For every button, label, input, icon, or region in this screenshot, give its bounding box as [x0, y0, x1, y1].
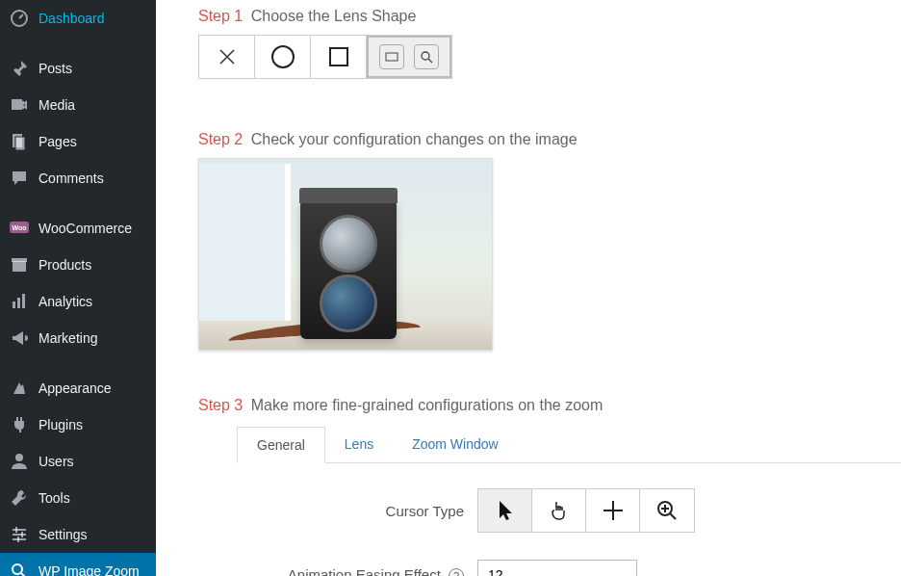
lens-shape-group — [198, 35, 452, 79]
sidebar-item-pages[interactable]: Pages — [0, 123, 156, 160]
appearance-icon — [10, 379, 29, 398]
square-icon — [328, 46, 349, 67]
lens-shape-none[interactable] — [199, 36, 255, 78]
pages-icon — [10, 132, 29, 151]
cursor-type-zoomin[interactable] — [640, 489, 694, 532]
dashboard-icon — [10, 9, 29, 28]
svg-point-18 — [13, 564, 22, 574]
sidebar-item-analytics[interactable]: Analytics — [0, 283, 156, 320]
svg-rect-22 — [386, 53, 398, 61]
preview-image[interactable] — [198, 158, 493, 351]
help-icon[interactable]: ? — [449, 568, 464, 576]
analytics-icon — [10, 292, 29, 311]
sidebar-item-products[interactable]: Products — [0, 247, 156, 283]
tab-pane-general: Cursor Type Animation Easing Effect — [198, 463, 901, 576]
sidebar-item-label: WooCommerce — [38, 221, 132, 236]
cursor-type-default[interactable] — [478, 489, 532, 532]
sidebar-item-dashboard[interactable]: Dashboard — [0, 0, 156, 37]
step3-heading: Step 3 Make more fine-grained configurat… — [198, 397, 901, 414]
svg-rect-12 — [13, 529, 26, 531]
svg-rect-15 — [15, 527, 17, 533]
media-icon — [10, 95, 29, 115]
cursor-type-group — [477, 488, 695, 533]
svg-rect-3 — [15, 137, 25, 150]
users-icon — [10, 452, 29, 471]
svg-point-23 — [422, 52, 429, 60]
config-tabs: General Lens Zoom Window — [237, 426, 901, 463]
sidebar-item-label: Appearance — [38, 380, 112, 396]
sidebar-item-label: Pages — [38, 134, 77, 149]
comments-icon — [10, 169, 29, 188]
tools-icon — [10, 488, 29, 508]
lens-shape-circle[interactable] — [255, 36, 311, 78]
sidebar-item-woocommerce[interactable]: Woo WooCommerce — [0, 210, 156, 247]
svg-rect-1 — [12, 99, 22, 110]
pin-icon — [10, 59, 29, 78]
woocommerce-icon: Woo — [10, 219, 29, 238]
circle-icon — [270, 44, 295, 69]
crosshair-icon — [602, 499, 625, 522]
products-icon — [10, 255, 29, 275]
cursor-type-pointer[interactable] — [532, 489, 586, 532]
sidebar-item-plugins[interactable]: Plugins — [0, 406, 156, 443]
sidebar-item-label: Plugins — [38, 417, 83, 432]
svg-point-20 — [272, 46, 294, 67]
x-icon — [217, 46, 238, 67]
lens-shape-zoomwindow[interactable] — [367, 36, 451, 78]
sidebar-spacer — [0, 196, 156, 210]
rectangle-icon — [379, 44, 404, 69]
svg-rect-13 — [13, 534, 26, 536]
sidebar-item-tools[interactable]: Tools — [0, 480, 156, 516]
svg-point-11 — [15, 454, 23, 461]
sidebar-item-label: Dashboard — [38, 11, 105, 26]
sidebar-item-users[interactable]: Users — [0, 443, 156, 480]
svg-rect-9 — [17, 298, 20, 308]
tab-general[interactable]: General — [237, 427, 325, 463]
sidebar-item-marketing[interactable]: Marketing — [0, 320, 156, 356]
cursor-type-crosshair[interactable] — [586, 489, 640, 532]
magnifier-icon — [414, 44, 439, 69]
sidebar-item-label: Users — [38, 454, 74, 469]
sidebar-item-wp-image-zoom[interactable]: WP Image Zoom — [0, 553, 156, 576]
svg-rect-6 — [13, 261, 26, 272]
tab-lens[interactable]: Lens — [325, 427, 393, 463]
sidebar-item-posts[interactable]: Posts — [0, 50, 156, 87]
svg-rect-16 — [21, 532, 23, 537]
sidebar-item-label: Products — [38, 257, 91, 273]
sidebar-item-label: Posts — [38, 61, 72, 76]
svg-rect-8 — [13, 301, 15, 308]
plugins-icon — [10, 415, 29, 434]
search-icon — [10, 562, 29, 576]
settings-icon — [10, 525, 29, 544]
sidebar-item-label: Tools — [38, 490, 70, 506]
sidebar-item-label: Media — [38, 97, 75, 113]
svg-rect-7 — [12, 258, 27, 262]
sidebar-spacer — [0, 356, 156, 370]
arrow-cursor-icon — [496, 499, 515, 522]
lens-shape-square[interactable] — [311, 36, 367, 78]
marketing-icon — [10, 328, 29, 348]
sidebar-item-appearance[interactable]: Appearance — [0, 370, 156, 406]
svg-rect-10 — [22, 294, 25, 308]
tab-zoom-window[interactable]: Zoom Window — [393, 427, 517, 463]
svg-rect-17 — [17, 537, 19, 542]
sidebar-spacer — [0, 37, 156, 50]
cursor-type-label: Cursor Type — [198, 503, 477, 519]
step1-heading: Step 1 Choose the Lens Shape — [198, 8, 901, 25]
sidebar-item-label: Marketing — [38, 330, 97, 346]
sidebar-item-label: Comments — [38, 170, 104, 186]
sidebar-item-label: WP Image Zoom — [38, 563, 140, 576]
sidebar-item-settings[interactable]: Settings — [0, 516, 156, 553]
sidebar-item-media[interactable]: Media — [0, 87, 156, 123]
zoom-in-icon — [655, 499, 679, 522]
sidebar-item-comments[interactable]: Comments — [0, 160, 156, 196]
step2-heading: Step 2 Check your configuration changes … — [198, 131, 901, 148]
svg-text:Woo: Woo — [12, 224, 26, 231]
animation-easing-label: Animation Easing Effect ? — [198, 566, 477, 576]
pointer-cursor-icon — [548, 499, 571, 522]
sidebar-item-label: Settings — [38, 527, 88, 542]
svg-rect-21 — [330, 48, 347, 65]
sidebar-item-label: Analytics — [38, 294, 92, 309]
animation-easing-input[interactable] — [477, 560, 637, 576]
